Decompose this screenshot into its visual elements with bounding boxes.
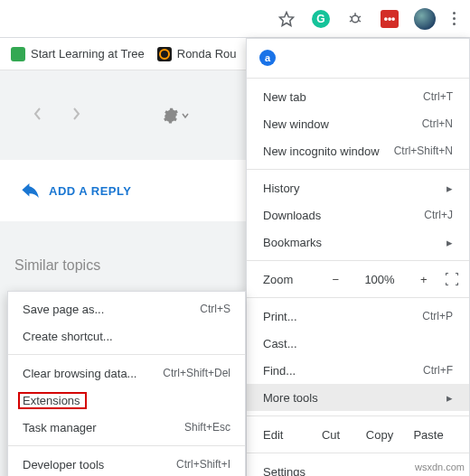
menu-item-more-tools[interactable]: More tools ▸ xyxy=(247,384,469,411)
svg-line-5 xyxy=(350,20,352,22)
chrome-main-menu: a New tab Ctrl+T New window Ctrl+N New i… xyxy=(246,38,470,476)
menu-item-history[interactable]: History ▸ xyxy=(247,174,469,201)
fullscreen-icon[interactable] xyxy=(446,273,460,285)
nav-next-icon[interactable] xyxy=(70,107,81,124)
bookmark-item-1[interactable]: Start Learning at Tree xyxy=(11,47,145,61)
extension-grammarly-icon[interactable]: G xyxy=(309,7,333,31)
source-watermark: wsxdn.com xyxy=(415,462,465,472)
chrome-menu-button[interactable] xyxy=(443,8,465,29)
svg-point-1 xyxy=(352,15,359,23)
menu-edit-row: Edit Cut Copy Paste xyxy=(247,421,469,448)
menu-separator xyxy=(8,445,245,446)
menu-separator xyxy=(247,78,469,79)
grammarly-glyph: G xyxy=(312,10,330,28)
zoom-in-button[interactable]: + xyxy=(401,273,446,286)
menu-separator xyxy=(247,169,469,170)
submenu-item-save-page[interactable]: Save page as... Ctrl+S xyxy=(8,295,245,322)
menu-item-cast[interactable]: Cast... xyxy=(247,330,469,357)
browser-toolbar: G ••• xyxy=(0,0,470,38)
edit-paste-button[interactable]: Paste xyxy=(404,428,453,442)
menu-separator xyxy=(247,415,469,416)
zoom-percent: 100% xyxy=(358,273,402,286)
lastpass-glyph: ••• xyxy=(381,10,399,28)
menu-item-incognito[interactable]: New incognito window Ctrl+Shift+N xyxy=(247,137,469,164)
menu-item-bookmarks[interactable]: Bookmarks ▸ xyxy=(247,229,469,256)
svg-marker-0 xyxy=(280,12,294,25)
add-reply-label: ADD A REPLY xyxy=(49,184,131,198)
menu-zoom-row: Zoom − 100% + xyxy=(247,266,469,293)
submenu-item-extensions[interactable]: Extensions xyxy=(8,387,245,414)
menu-item-find[interactable]: Find... Ctrl+F xyxy=(247,357,469,384)
nav-prev-icon[interactable] xyxy=(33,107,43,124)
svg-line-4 xyxy=(359,16,361,18)
profile-badge-icon: a xyxy=(259,50,276,66)
bookmark-label: Ronda Rou xyxy=(177,47,237,61)
chevron-right-icon: ▸ xyxy=(446,236,453,249)
bookmark-item-2[interactable]: Ronda Rou xyxy=(157,47,237,61)
more-tools-submenu: Save page as... Ctrl+S Create shortcut..… xyxy=(7,291,246,476)
svg-line-3 xyxy=(350,16,352,18)
profile-avatar[interactable] xyxy=(414,8,436,30)
submenu-item-clear-data[interactable]: Clear browsing data... Ctrl+Shift+Del xyxy=(8,359,245,387)
extension-debug-icon[interactable] xyxy=(343,7,367,31)
extension-lastpass-icon[interactable]: ••• xyxy=(378,7,401,31)
ronda-favicon-icon xyxy=(157,47,172,61)
svg-line-6 xyxy=(359,20,361,22)
bookmark-star-icon[interactable] xyxy=(275,7,298,31)
treehouse-favicon-icon xyxy=(11,47,25,61)
menu-separator xyxy=(247,260,469,261)
menu-separator xyxy=(247,453,469,453)
menu-separator xyxy=(8,354,245,355)
edit-copy-button[interactable]: Copy xyxy=(355,428,404,442)
menu-item-new-window[interactable]: New window Ctrl+N xyxy=(247,110,469,137)
menu-item-downloads[interactable]: Downloads Ctrl+J xyxy=(247,201,469,229)
menu-item-print[interactable]: Print... Ctrl+P xyxy=(247,303,469,330)
zoom-out-button[interactable]: − xyxy=(314,273,358,286)
menu-profile-row[interactable]: a xyxy=(247,42,469,73)
bookmark-label: Start Learning at Tree xyxy=(31,47,145,61)
submenu-item-create-shortcut[interactable]: Create shortcut... xyxy=(8,322,245,350)
submenu-item-dev-tools[interactable]: Developer tools Ctrl+Shift+I xyxy=(8,451,245,476)
chevron-right-icon: ▸ xyxy=(446,391,453,405)
chevron-right-icon: ▸ xyxy=(446,182,453,195)
submenu-item-task-manager[interactable]: Task manager Shift+Esc xyxy=(8,414,245,441)
menu-item-new-tab[interactable]: New tab Ctrl+T xyxy=(247,83,469,110)
menu-separator xyxy=(247,297,469,298)
settings-gear-icon[interactable] xyxy=(163,107,190,124)
reply-arrow-icon xyxy=(22,183,40,198)
edit-cut-button[interactable]: Cut xyxy=(306,428,355,442)
